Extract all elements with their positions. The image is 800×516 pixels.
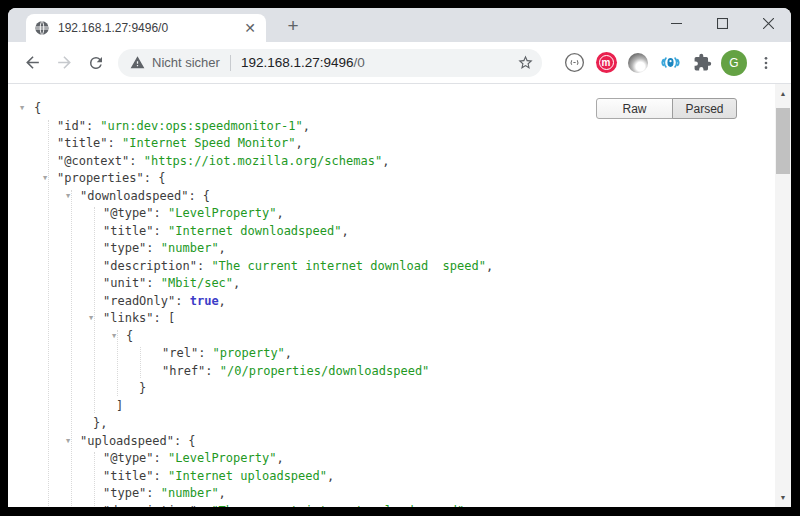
collapse-triangle-icon[interactable]: ▼ <box>66 188 70 206</box>
tab-strip: 192.168.1.27:9496/0 ✕ + <box>8 8 791 42</box>
json-punctuation: , <box>219 486 226 500</box>
browser-tab[interactable]: 192.168.1.27:9496/0 ✕ <box>26 14 266 42</box>
json-string-value: "The current internet download speed" <box>211 259 486 273</box>
json-line: }, <box>8 415 775 433</box>
collapse-triangle-icon[interactable]: ▼ <box>43 170 47 188</box>
json-line: ▼"properties": { <box>8 170 775 188</box>
json-string-value: "LevelProperty" <box>168 206 276 220</box>
json-string-value: "Mbit/sec" <box>161 276 233 290</box>
json-punctuation: , <box>327 469 334 483</box>
extensions-puzzle-icon[interactable] <box>687 48 717 78</box>
json-tree: ▼{"id": "urn:dev:ops:speedmonitor-1","ti… <box>8 100 775 507</box>
json-punctuation: , <box>341 224 348 238</box>
page-content: Raw Parsed ▼{"id": "urn:dev:ops:speedmon… <box>8 84 791 507</box>
json-punctuation: : <box>198 346 212 360</box>
reload-button[interactable] <box>82 49 110 77</box>
json-line: ▼"downloadspeed": { <box>8 188 775 206</box>
json-key: "description" <box>103 504 197 508</box>
parsed-button[interactable]: Parsed <box>672 98 737 119</box>
raw-button[interactable]: Raw <box>596 98 673 119</box>
tab-close-icon[interactable]: ✕ <box>242 20 258 36</box>
collapse-triangle-icon[interactable]: ▼ <box>66 433 70 451</box>
json-line: "@type": "LevelProperty", <box>8 450 775 468</box>
json-punctuation: : <box>108 136 122 150</box>
browser-window: 192.168.1.27:9496/0 ✕ + <box>8 8 791 507</box>
json-string-value: "Internet downloadspeed" <box>168 224 341 238</box>
back-button[interactable] <box>18 49 46 77</box>
json-string-value: "number" <box>161 241 219 255</box>
json-line: "description": "The current internet dow… <box>8 258 775 276</box>
minimize-button[interactable] <box>653 8 699 38</box>
json-key: "title" <box>103 224 154 238</box>
json-string-value: "property" <box>213 346 285 360</box>
json-punctuation: , <box>276 206 283 220</box>
browser-toolbar: Nicht sicher 192.168.1.27:9496/0 m <box>8 42 791 84</box>
json-viewer-toggle: Raw Parsed <box>596 98 737 119</box>
json-string-value: "number" <box>161 486 219 500</box>
extension-m-badge-icon[interactable]: m <box>591 48 621 78</box>
json-key: "rel" <box>162 346 198 360</box>
collapse-triangle-icon[interactable]: ▼ <box>89 310 93 328</box>
json-line: "@type": "LevelProperty", <box>8 205 775 223</box>
json-punctuation: : <box>86 119 100 133</box>
json-key: "@type" <box>103 206 154 220</box>
extension-circle-dash-icon[interactable] <box>559 48 589 78</box>
json-string-value: "Internet uploadspeed" <box>168 469 327 483</box>
address-bar[interactable]: Nicht sicher 192.168.1.27:9496/0 <box>118 49 542 77</box>
browser-menu-kebab-icon[interactable] <box>751 48 781 78</box>
scroll-down-arrow-icon[interactable]: ▼ <box>775 490 791 505</box>
json-key: "uploadspeed" <box>80 434 174 448</box>
new-tab-button[interactable]: + <box>280 13 306 39</box>
json-key: "id" <box>57 119 86 133</box>
scroll-up-arrow-icon[interactable]: ▲ <box>775 86 791 101</box>
close-window-button[interactable] <box>745 8 791 38</box>
json-punctuation: , <box>303 119 310 133</box>
json-punctuation: { <box>34 101 41 115</box>
globe-favicon-icon <box>34 20 50 36</box>
json-punctuation: }, <box>93 416 107 430</box>
collapse-triangle-icon[interactable]: ▼ <box>112 328 116 346</box>
json-punctuation: : { <box>174 434 196 448</box>
json-punctuation: : <box>154 469 168 483</box>
json-line: "type": "number", <box>8 485 775 503</box>
json-key: "@type" <box>103 451 154 465</box>
json-key: "@context" <box>57 154 129 168</box>
not-secure-warning-icon <box>130 55 145 70</box>
json-key: "type" <box>103 486 146 500</box>
json-punctuation: } <box>139 381 146 395</box>
extension-sphere-icon[interactable] <box>623 48 653 78</box>
json-line: "type": "number", <box>8 240 775 258</box>
json-punctuation: : <box>175 294 189 308</box>
forward-button[interactable] <box>50 49 78 77</box>
security-status-label: Nicht sicher <box>152 55 220 70</box>
json-line: "@context": "https://iot.mozilla.org/sch… <box>8 153 775 171</box>
json-key: "links" <box>103 311 154 325</box>
collapse-triangle-icon[interactable]: ▼ <box>20 100 24 118</box>
scrollbar-thumb[interactable] <box>776 108 790 174</box>
json-punctuation: , <box>276 451 283 465</box>
json-line: "title": "Internet uploadspeed", <box>8 468 775 486</box>
tab-title: 192.168.1.27:9496/0 <box>58 21 242 35</box>
json-punctuation: : <box>205 364 219 378</box>
json-string-value: "https://iot.mozilla.org/schemas" <box>144 154 382 168</box>
json-line: "title": "Internet Speed Monitor", <box>8 135 775 153</box>
json-punctuation: : { <box>188 189 210 203</box>
json-punctuation: , <box>219 294 226 308</box>
json-line: } <box>8 380 775 398</box>
json-punctuation: : <box>154 451 168 465</box>
maximize-button[interactable] <box>699 8 745 38</box>
json-key: "properties" <box>57 171 144 185</box>
bookmark-star-icon[interactable] <box>512 54 538 71</box>
profile-avatar[interactable]: G <box>719 48 749 78</box>
json-key: "title" <box>57 136 108 150</box>
extension-blue-waves-icon[interactable] <box>655 48 685 78</box>
json-punctuation: , <box>295 136 302 150</box>
json-punctuation: : <box>146 241 160 255</box>
json-line: "id": "urn:dev:ops:speedmonitor-1", <box>8 118 775 136</box>
json-punctuation: , <box>382 154 389 168</box>
json-punctuation: : <box>146 276 160 290</box>
json-string-value: "The current internet upload speed" <box>211 504 464 508</box>
vertical-scrollbar[interactable]: ▲ ▼ <box>775 84 791 507</box>
json-key: "href" <box>162 364 205 378</box>
json-line: ] <box>8 398 775 416</box>
